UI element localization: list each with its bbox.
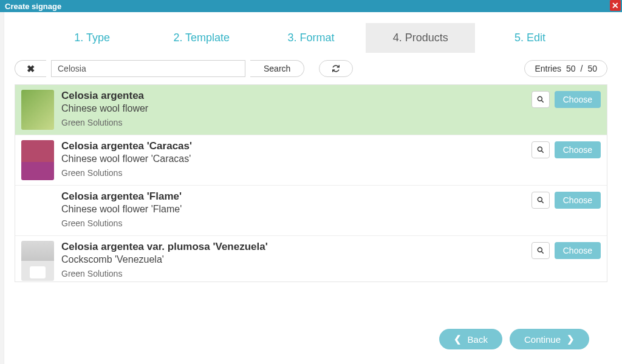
product-info: Celosia argenteaChinese wool flowerGreen…: [61, 90, 524, 127]
search-toolbar: ✖ Search Entries 50 / 50: [0, 53, 622, 82]
row-actions: Choose: [531, 90, 601, 108]
left-gutter: [0, 12, 4, 364]
choose-button[interactable]: Choose: [555, 192, 601, 209]
wizard-stepper: 1. Type 2. Template 3. Format 4. Product…: [37, 23, 584, 53]
view-button[interactable]: [531, 192, 550, 209]
product-title: Celosia argentea: [61, 90, 524, 102]
refresh-icon: [332, 64, 340, 73]
view-button[interactable]: [531, 141, 550, 158]
back-button[interactable]: ❮ Back: [439, 329, 502, 349]
refresh-button[interactable]: [319, 60, 353, 77]
choose-button[interactable]: Choose: [555, 242, 601, 259]
back-label: Back: [468, 334, 488, 345]
clear-search-button[interactable]: ✖: [15, 60, 46, 77]
svg-point-2: [538, 147, 542, 151]
continue-button[interactable]: Continue ❯: [510, 329, 589, 349]
entries-separator: /: [581, 64, 583, 73]
svg-line-5: [541, 201, 543, 203]
list-item[interactable]: Celosia argentea var. plumosa 'Venezuela…: [15, 236, 607, 281]
step-format[interactable]: 3. Format: [256, 23, 366, 53]
choose-button[interactable]: Choose: [555, 141, 601, 158]
product-thumbnail: [21, 140, 54, 180]
list-item[interactable]: Celosia argentea 'Caracas'Chinese wool f…: [15, 135, 607, 186]
list-item[interactable]: Celosia argenteaChinese wool flowerGreen…: [15, 85, 607, 135]
row-actions: Choose: [531, 241, 601, 259]
svg-line-7: [541, 251, 543, 253]
product-thumbnail: [21, 90, 54, 130]
chevron-right-icon: ❯: [567, 334, 575, 345]
step-type[interactable]: 1. Type: [37, 23, 146, 53]
search-icon: [536, 246, 545, 255]
view-button[interactable]: [531, 91, 550, 108]
product-subtitle: Chinese wool flower 'Caracas': [61, 153, 524, 164]
list-item[interactable]: Celosia argentea 'Flame'Chinese wool flo…: [15, 186, 607, 236]
product-thumbnail: [21, 241, 54, 281]
step-template[interactable]: 2. Template: [147, 23, 256, 53]
search-icon: [536, 196, 545, 204]
chevron-left-icon: ❮: [454, 334, 462, 345]
search-input[interactable]: [51, 60, 245, 77]
results-scroll[interactable]: Celosia argenteaChinese wool flowerGreen…: [15, 85, 607, 281]
product-vendor: Green Solutions: [61, 269, 524, 278]
svg-line-1: [541, 100, 543, 102]
row-actions: Choose: [531, 140, 601, 158]
step-products[interactable]: 4. Products: [366, 23, 475, 53]
close-icon[interactable]: ✕: [610, 0, 621, 11]
product-info: Celosia argentea var. plumosa 'Venezuela…: [61, 241, 524, 278]
view-button[interactable]: [531, 242, 550, 259]
svg-point-6: [538, 248, 542, 252]
choose-button[interactable]: Choose: [555, 91, 601, 108]
results-list: Celosia argenteaChinese wool flowerGreen…: [15, 84, 607, 282]
search-icon: [536, 95, 545, 104]
title-bar: Create signage ✕: [0, 0, 622, 12]
search-icon: [536, 146, 545, 154]
entries-label: Entries: [535, 64, 561, 73]
window-title: Create signage: [5, 2, 61, 11]
search-button[interactable]: Search: [250, 60, 304, 77]
product-info: Celosia argentea 'Flame'Chinese wool flo…: [61, 190, 524, 228]
entries-total: 50: [587, 64, 597, 73]
product-subtitle: Chinese wool flower: [61, 103, 524, 114]
product-thumbnail: [21, 190, 54, 231]
wizard-footer: ❮ Back Continue ❯: [439, 329, 589, 349]
product-title: Celosia argentea 'Caracas': [61, 140, 524, 152]
continue-label: Continue: [524, 334, 561, 345]
svg-point-0: [538, 96, 542, 101]
product-info: Celosia argentea 'Caracas'Chinese wool f…: [61, 140, 524, 178]
step-edit[interactable]: 5. Edit: [475, 23, 584, 53]
product-title: Celosia argentea var. plumosa 'Venezuela…: [61, 241, 524, 253]
product-vendor: Green Solutions: [61, 168, 524, 178]
svg-point-4: [538, 197, 542, 201]
product-title: Celosia argentea 'Flame': [61, 190, 524, 203]
entries-shown: 50: [566, 64, 576, 73]
product-subtitle: Cockscomb 'Venezuela': [61, 254, 524, 265]
row-actions: Choose: [531, 190, 601, 209]
entries-indicator: Entries 50 / 50: [524, 60, 607, 77]
product-subtitle: Chinese wool flower 'Flame': [61, 204, 524, 215]
product-vendor: Green Solutions: [61, 118, 524, 127]
product-vendor: Green Solutions: [61, 218, 524, 228]
svg-line-3: [541, 150, 543, 152]
